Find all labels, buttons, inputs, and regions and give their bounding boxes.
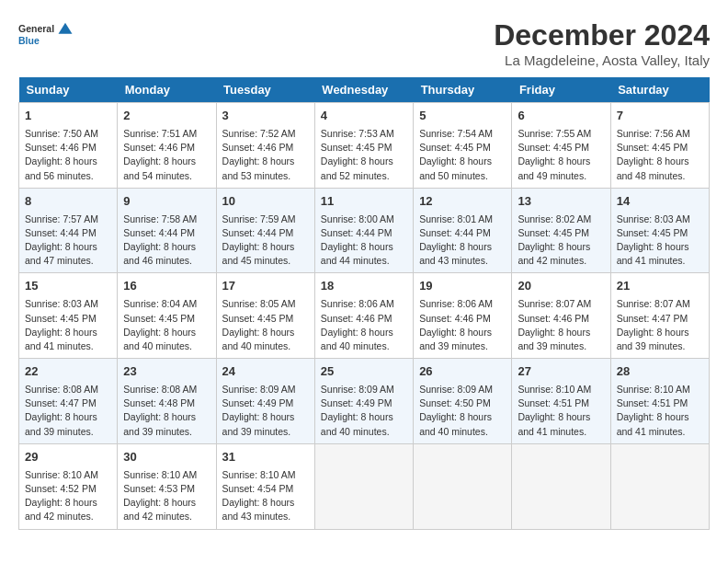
page-header: General Blue December 2024 La Magdeleine… bbox=[18, 18, 710, 68]
calendar-cell: 19Sunrise: 8:06 AMSunset: 4:46 PMDayligh… bbox=[414, 273, 512, 359]
sunrise: Sunrise: 8:03 AM bbox=[25, 298, 98, 309]
sunset: Sunset: 4:45 PM bbox=[617, 142, 688, 153]
day-number: 16 bbox=[123, 278, 210, 295]
day-number: 31 bbox=[222, 449, 309, 466]
column-header-wednesday: Wednesday bbox=[314, 77, 413, 103]
calendar-cell: 4Sunrise: 7:53 AMSunset: 4:45 PMDaylight… bbox=[314, 103, 413, 189]
calendar-cell: 5Sunrise: 7:54 AMSunset: 4:45 PMDaylight… bbox=[414, 103, 512, 189]
day-number: 21 bbox=[617, 278, 703, 295]
column-header-sunday: Sunday bbox=[19, 77, 118, 103]
sunset: Sunset: 4:45 PM bbox=[419, 142, 491, 153]
daylight-label: Daylight: 8 hours and 44 minutes. bbox=[321, 241, 393, 266]
daylight-label: Daylight: 8 hours and 46 minutes. bbox=[123, 241, 196, 266]
daylight-label: Daylight: 8 hours and 39 minutes. bbox=[25, 411, 97, 436]
daylight-label: Daylight: 8 hours and 40 minutes. bbox=[321, 327, 393, 351]
calendar-cell: 22Sunrise: 8:08 AMSunset: 4:47 PMDayligh… bbox=[19, 359, 118, 444]
day-number: 6 bbox=[518, 108, 604, 125]
day-number: 26 bbox=[419, 363, 506, 381]
calendar-cell bbox=[610, 443, 709, 529]
sunset: Sunset: 4:44 PM bbox=[123, 227, 195, 238]
column-header-thursday: Thursday bbox=[414, 77, 512, 103]
day-number: 19 bbox=[419, 278, 506, 295]
sunset: Sunset: 4:45 PM bbox=[518, 227, 589, 238]
calendar-cell: 14Sunrise: 8:03 AMSunset: 4:45 PMDayligh… bbox=[610, 188, 709, 273]
sunrise: Sunrise: 7:56 AM bbox=[617, 128, 690, 139]
day-number: 25 bbox=[321, 363, 407, 381]
daylight-label: Daylight: 8 hours and 56 minutes. bbox=[25, 155, 97, 180]
day-number: 11 bbox=[321, 193, 407, 211]
calendar-cell: 31Sunrise: 8:10 AMSunset: 4:54 PMDayligh… bbox=[216, 443, 314, 529]
day-number: 3 bbox=[222, 108, 309, 125]
sunrise: Sunrise: 7:55 AM bbox=[518, 128, 591, 139]
sunrise: Sunrise: 7:52 AM bbox=[222, 128, 296, 139]
daylight-label: Daylight: 8 hours and 42 minutes. bbox=[25, 497, 97, 522]
daylight-label: Daylight: 8 hours and 40 minutes. bbox=[222, 327, 295, 351]
sunset: Sunset: 4:45 PM bbox=[25, 313, 97, 324]
sunrise: Sunrise: 7:50 AM bbox=[25, 128, 98, 139]
day-number: 9 bbox=[123, 193, 210, 211]
sunset: Sunset: 4:51 PM bbox=[518, 397, 589, 408]
day-number: 1 bbox=[25, 108, 111, 125]
sunrise: Sunrise: 8:04 AM bbox=[123, 298, 197, 309]
svg-text:Blue: Blue bbox=[18, 35, 40, 46]
day-number: 7 bbox=[617, 108, 703, 125]
sunset: Sunset: 4:45 PM bbox=[321, 142, 392, 153]
day-number: 15 bbox=[25, 278, 111, 295]
day-number: 13 bbox=[518, 193, 604, 211]
calendar-cell: 26Sunrise: 8:09 AMSunset: 4:50 PMDayligh… bbox=[414, 359, 512, 444]
day-number: 5 bbox=[419, 108, 506, 125]
sunrise: Sunrise: 7:53 AM bbox=[321, 128, 394, 139]
logo-svg: General Blue bbox=[18, 18, 74, 55]
calendar-week-row: 8Sunrise: 7:57 AMSunset: 4:44 PMDaylight… bbox=[19, 188, 710, 273]
day-number: 29 bbox=[25, 449, 111, 466]
calendar-cell: 12Sunrise: 8:01 AMSunset: 4:44 PMDayligh… bbox=[414, 188, 512, 273]
daylight-label: Daylight: 8 hours and 43 minutes. bbox=[222, 497, 295, 522]
calendar-cell: 1Sunrise: 7:50 AMSunset: 4:46 PMDaylight… bbox=[19, 103, 118, 189]
sunset: Sunset: 4:49 PM bbox=[321, 397, 392, 408]
sunrise: Sunrise: 8:07 AM bbox=[617, 298, 690, 309]
calendar-week-row: 15Sunrise: 8:03 AMSunset: 4:45 PMDayligh… bbox=[19, 273, 710, 359]
calendar-cell: 8Sunrise: 7:57 AMSunset: 4:44 PMDaylight… bbox=[19, 188, 118, 273]
sunrise: Sunrise: 8:03 AM bbox=[617, 213, 690, 224]
sunset: Sunset: 4:45 PM bbox=[617, 227, 688, 238]
calendar-cell: 28Sunrise: 8:10 AMSunset: 4:51 PMDayligh… bbox=[610, 359, 709, 444]
sunset: Sunset: 4:45 PM bbox=[123, 313, 195, 324]
daylight-label: Daylight: 8 hours and 49 minutes. bbox=[518, 155, 590, 180]
sunset: Sunset: 4:44 PM bbox=[25, 227, 97, 238]
calendar-cell: 24Sunrise: 8:09 AMSunset: 4:49 PMDayligh… bbox=[216, 359, 314, 444]
day-number: 8 bbox=[25, 193, 111, 211]
calendar-cell bbox=[512, 443, 610, 529]
daylight-label: Daylight: 8 hours and 39 minutes. bbox=[222, 411, 295, 436]
calendar-week-row: 29Sunrise: 8:10 AMSunset: 4:52 PMDayligh… bbox=[19, 443, 710, 529]
sunrise: Sunrise: 8:10 AM bbox=[222, 469, 296, 480]
logo: General Blue bbox=[18, 18, 74, 55]
daylight-label: Daylight: 8 hours and 54 minutes. bbox=[123, 155, 196, 180]
calendar-cell bbox=[414, 443, 512, 529]
sunrise: Sunrise: 8:01 AM bbox=[419, 213, 493, 224]
sunset: Sunset: 4:44 PM bbox=[222, 227, 294, 238]
sunrise: Sunrise: 8:09 AM bbox=[419, 384, 493, 395]
daylight-label: Daylight: 8 hours and 41 minutes. bbox=[617, 411, 689, 436]
sunset: Sunset: 4:53 PM bbox=[123, 483, 195, 494]
sunset: Sunset: 4:49 PM bbox=[222, 397, 294, 408]
day-number: 28 bbox=[617, 363, 703, 381]
daylight-label: Daylight: 8 hours and 41 minutes. bbox=[617, 241, 689, 266]
calendar-week-row: 1Sunrise: 7:50 AMSunset: 4:46 PMDaylight… bbox=[19, 103, 710, 189]
daylight-label: Daylight: 8 hours and 39 minutes. bbox=[123, 411, 196, 436]
calendar-cell: 20Sunrise: 8:07 AMSunset: 4:46 PMDayligh… bbox=[512, 273, 610, 359]
daylight-label: Daylight: 8 hours and 42 minutes. bbox=[123, 497, 196, 522]
sunrise: Sunrise: 8:08 AM bbox=[25, 384, 98, 395]
title-section: December 2024 La Magdeleine, Aosta Valle… bbox=[494, 18, 710, 68]
sunrise: Sunrise: 8:02 AM bbox=[518, 213, 591, 224]
sunrise: Sunrise: 8:09 AM bbox=[222, 384, 296, 395]
sunrise: Sunrise: 7:51 AM bbox=[123, 128, 197, 139]
sunrise: Sunrise: 8:10 AM bbox=[123, 469, 197, 480]
calendar-cell: 11Sunrise: 8:00 AMSunset: 4:44 PMDayligh… bbox=[314, 188, 413, 273]
calendar-week-row: 22Sunrise: 8:08 AMSunset: 4:47 PMDayligh… bbox=[19, 359, 710, 444]
day-number: 30 bbox=[123, 449, 210, 466]
daylight-label: Daylight: 8 hours and 47 minutes. bbox=[25, 241, 97, 266]
sunset: Sunset: 4:44 PM bbox=[321, 227, 392, 238]
sunrise: Sunrise: 8:10 AM bbox=[518, 384, 591, 395]
day-number: 2 bbox=[123, 108, 210, 125]
day-number: 22 bbox=[25, 363, 111, 381]
